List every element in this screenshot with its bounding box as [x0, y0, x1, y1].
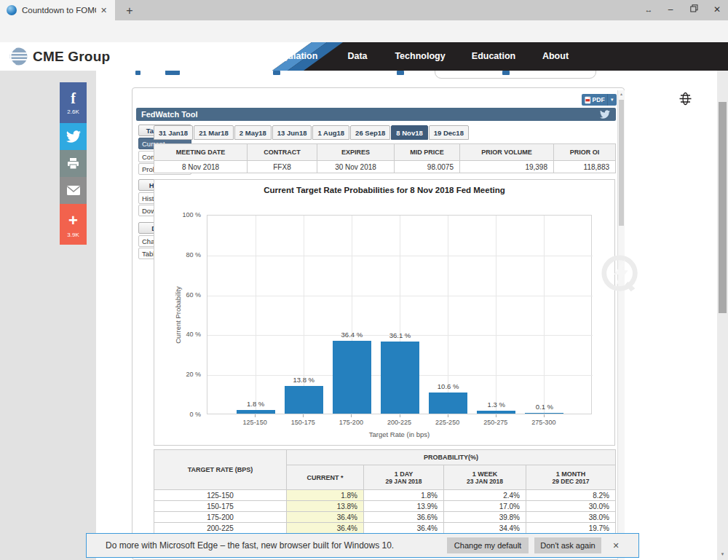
edge-notification-bar: Do more with Microsoft Edge – the fast, … — [86, 533, 639, 558]
date-tab-19-dec18[interactable]: 19 Dec18 — [429, 125, 469, 140]
prob-value-cell: 30.0% — [526, 501, 616, 512]
prob-rate-cell: 125-150 — [154, 490, 287, 501]
nav-item-about[interactable]: About — [542, 42, 569, 71]
scrollbar-down-icon[interactable]: ▼ — [717, 552, 728, 556]
nav-item-clearing[interactable]: Clearing — [211, 42, 248, 71]
window-minimize-button[interactable]: – — [660, 0, 681, 19]
v-gridline — [304, 216, 304, 415]
x-tick-label: 250-275 — [470, 419, 521, 426]
prob-col-label: 1 MONTH — [532, 470, 609, 478]
date-tab-1-aug18[interactable]: 1 Aug18 — [312, 125, 349, 140]
prob-col-header-current: CURRENT * — [287, 465, 364, 490]
meeting-header-prior-oi: PRIOR OI — [554, 144, 616, 161]
bar-125-150 — [237, 410, 275, 414]
nav-item-technology[interactable]: Technology — [395, 42, 445, 71]
meeting-value-cell: 8 Nov 2018 — [154, 161, 248, 173]
plus-icon: + — [68, 211, 78, 230]
date-tab-2-may18[interactable]: 2 May18 — [234, 125, 272, 140]
v-gridline — [496, 216, 496, 415]
bar-150-175 — [285, 386, 323, 414]
addthis-share-button[interactable]: + 3.9K — [60, 204, 87, 245]
bar-200-225 — [381, 342, 419, 414]
meeting-date-tabs: 31 Jan1821 Mar182 May1813 Jun181 Aug1826… — [154, 125, 469, 141]
account-icon[interactable] — [698, 92, 712, 109]
twitter-icon — [66, 130, 81, 143]
pdf-label: PDF — [593, 96, 605, 103]
y-tick-label: 40 % — [154, 331, 201, 338]
cme-group-logo[interactable]: CME Group — [9, 47, 110, 66]
site-nav: CME Group TradingClearingRegulationDataT… — [0, 42, 728, 71]
date-tab-31-jan18[interactable]: 31 Jan18 — [154, 125, 193, 140]
facebook-count: 2.6K — [67, 109, 79, 115]
x-tick-label: 125-150 — [229, 419, 280, 426]
bar-value-label: 1.8 % — [234, 400, 277, 408]
prob-col-date: 29 DEC 2017 — [532, 478, 609, 485]
date-tab-8-nov18[interactable]: 8 Nov18 — [391, 125, 427, 140]
addthis-count: 3.9K — [67, 232, 79, 238]
scrollbar-thumb[interactable] — [719, 102, 727, 313]
fedwatch-twitter-icon[interactable] — [600, 109, 610, 122]
meeting-value-cell: FFX8 — [248, 161, 317, 173]
notification-close-button[interactable]: ✕ — [608, 537, 624, 553]
prob-col-label: CURRENT * — [293, 474, 357, 481]
search-icon[interactable] — [662, 92, 676, 109]
nav-item-data[interactable]: Data — [347, 42, 367, 71]
printer-icon — [66, 157, 80, 170]
plot-area: 1.8 %13.8 %36.4 %36.1 %10.6 %1.3 %0.1 % — [207, 215, 592, 414]
meeting-table-data-row: 8 Nov 2018FFX830 Nov 201898.007519,39811… — [154, 161, 616, 173]
date-tab-21-mar18[interactable]: 21 Mar18 — [194, 125, 234, 140]
quikstrike-watermark-icon — [600, 253, 642, 296]
twitter-share-button[interactable] — [60, 123, 87, 150]
x-tick-label: 175-200 — [325, 419, 376, 426]
prob-group-header: PROBABILITY(%) — [287, 450, 616, 465]
meeting-header-prior-volume: PRIOR VOLUME — [460, 144, 554, 161]
y-tick-label: 20 % — [154, 371, 201, 378]
y-tick-label: 0 % — [154, 411, 201, 418]
prob-rate-cell: 150-175 — [154, 501, 287, 512]
prob-header-row-1: TARGET RATE (BPS)PROBABILITY(%) — [154, 450, 616, 465]
new-tab-button[interactable]: + — [121, 3, 138, 19]
chart-title: Current Target Rate Probabilities for 8 … — [154, 186, 614, 194]
date-tab-26-sep18[interactable]: 26 Sep18 — [350, 125, 390, 140]
browser-tab[interactable]: Countdown to FOMC: C ✕ — [0, 0, 115, 20]
prob-rate-cell: 200-225 — [154, 523, 287, 534]
window-close-button[interactable]: ✕ — [706, 0, 728, 19]
email-share-button[interactable] — [60, 177, 87, 204]
prob-col-date: 23 JAN 2018 — [450, 478, 520, 485]
bar-value-label: 36.4 % — [330, 331, 373, 339]
prob-value-cell: 19.7% — [526, 523, 616, 534]
panel-scrollbar-thumb[interactable] — [619, 100, 624, 226]
meeting-value-cell: 19,398 — [460, 161, 554, 173]
change-default-button[interactable]: Change my default — [447, 537, 529, 553]
language-globe-icon[interactable] — [678, 92, 692, 109]
prob-value-cell: 36.4% — [287, 512, 364, 523]
notification-message: Do more with Microsoft Edge – the fast, … — [106, 534, 394, 557]
prob-table-row: 175-20036.4%36.6%39.8%38.0% — [154, 512, 616, 523]
pdf-export-button[interactable]: PDF ▼ — [582, 94, 617, 106]
x-tick-mark — [496, 414, 496, 417]
window-restore-button[interactable] — [683, 0, 705, 19]
nav-item-trading[interactable]: Trading — [151, 42, 183, 71]
prob-table-row: 150-17513.8%13.9%17.0%30.0% — [154, 501, 616, 512]
cme-globe-icon — [9, 47, 28, 66]
facebook-share-button[interactable]: f 2.6K — [60, 82, 87, 123]
tab-preview-icon[interactable]: ↔ — [639, 0, 658, 19]
dont-ask-again-button[interactable]: Don't ask again — [534, 537, 601, 553]
y-axis-label: Current Probability — [174, 273, 182, 358]
tab-close-button[interactable]: ✕ — [96, 6, 111, 15]
meeting-value-cell: 118,883 — [554, 161, 616, 173]
prob-value-cell: 8.2% — [526, 490, 616, 501]
nav-item-regulation[interactable]: Regulation — [271, 42, 318, 71]
pdf-dropdown-icon[interactable]: ▼ — [608, 98, 617, 102]
x-tick-label: 225-250 — [422, 419, 473, 426]
nav-item-education[interactable]: Education — [472, 42, 515, 71]
prob-value-cell: 38.0% — [526, 512, 616, 523]
panel-scrollbar[interactable]: ▲ ▼ — [617, 90, 625, 560]
meeting-table: MEETING DATECONTRACTEXPIRESMID PRICEPRIO… — [154, 143, 616, 173]
meeting-info-table: MEETING DATECONTRACTEXPIRESMID PRICEPRIO… — [154, 143, 616, 173]
date-tab-13-jun18[interactable]: 13 Jun18 — [272, 125, 312, 140]
panel-scroll-up-icon[interactable]: ▲ — [618, 92, 625, 96]
prob-col-date: 29 JAN 2018 — [370, 478, 438, 485]
prob-col-label: 1 WEEK — [450, 470, 520, 478]
print-button[interactable] — [60, 150, 87, 177]
